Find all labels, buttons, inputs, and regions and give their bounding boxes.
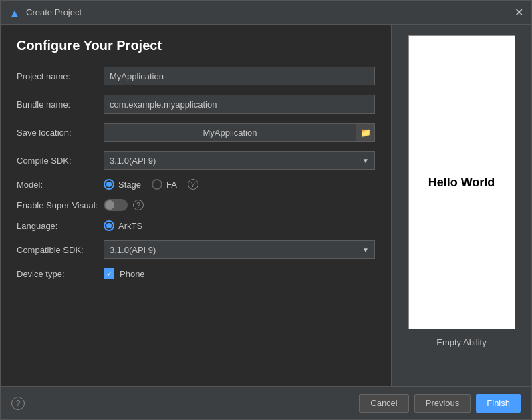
language-label: Language: [17, 221, 104, 231]
previous-button[interactable]: Previous [414, 394, 471, 413]
main-content: Configure Your Project Project name: Bun… [1, 25, 531, 386]
footer: ? Cancel Previous Finish [1, 386, 531, 419]
super-visual-toggle[interactable] [104, 199, 128, 211]
model-stage-label: Stage [118, 180, 141, 190]
footer-buttons: Cancel Previous Finish [359, 394, 521, 413]
bundle-name-row: Bundle name: [17, 95, 375, 114]
phone-checkbox[interactable]: ✓ [104, 268, 114, 279]
save-location-wrapper: MyApplication 📁 [104, 123, 375, 142]
device-type-label: Device type: [17, 269, 104, 279]
compile-sdk-label: Compile SDK: [17, 156, 104, 166]
right-panel: Hello World Empty Ability [391, 25, 531, 386]
compatible-sdk-arrow: ▼ [362, 246, 369, 254]
compile-sdk-arrow: ▼ [362, 157, 369, 164]
compatible-sdk-select[interactable]: 3.1.0(API 9) ▼ [104, 240, 375, 259]
super-visual-help-icon[interactable]: ? [133, 200, 144, 210]
language-arkts-radio[interactable] [104, 220, 114, 231]
preview-label: Empty Ability [436, 337, 486, 347]
project-name-label: Project name: [17, 71, 104, 81]
model-fa-radio[interactable] [152, 179, 162, 190]
save-location-text: MyApplication [104, 124, 356, 141]
compatible-sdk-value: 3.1.0(API 9) [110, 245, 362, 255]
language-arkts-dot [106, 223, 112, 228]
help-button[interactable]: ? [11, 397, 25, 410]
preview-hello-world: Hello World [428, 176, 495, 190]
app-icon: ▲ [9, 7, 21, 19]
title-bar-text: Create Project [26, 7, 82, 17]
super-visual-label: Enable Super Visual: [17, 200, 104, 210]
language-row: Language: ArkTS [17, 220, 375, 231]
project-name-row: Project name: [17, 67, 375, 85]
model-row: Model: Stage FA ? [17, 179, 375, 190]
browse-button[interactable]: 📁 [356, 124, 374, 141]
language-radio[interactable]: ArkTS [104, 220, 142, 231]
model-stage-radio[interactable] [104, 179, 114, 190]
save-location-row: Save location: MyApplication 📁 [17, 123, 375, 142]
model-radio-group: Stage FA ? [104, 179, 198, 190]
left-panel: Configure Your Project Project name: Bun… [1, 25, 391, 386]
compatible-sdk-row: Compatible SDK: 3.1.0(API 9) ▼ [17, 240, 375, 259]
title-bar: ▲ Create Project ✕ [1, 1, 531, 25]
compile-sdk-value: 3.1.0(API 9) [110, 156, 362, 166]
toggle-thumb [105, 200, 114, 210]
model-stage-dot [106, 182, 112, 187]
dialog: ▲ Create Project ✕ Configure Your Projec… [0, 0, 532, 420]
language-arkts-label: ArkTS [118, 221, 142, 231]
save-location-label: Save location: [17, 128, 104, 138]
model-label: Model: [17, 180, 104, 190]
project-name-input[interactable] [104, 67, 375, 85]
super-visual-toggle-wrapper: ? [104, 199, 144, 211]
finish-button[interactable]: Finish [476, 394, 521, 413]
section-title: Configure Your Project [17, 38, 375, 53]
device-type-row: Device type: ✓ Phone [17, 268, 375, 279]
model-fa-label: FA [166, 180, 177, 190]
preview-frame: Hello World [408, 35, 515, 329]
model-fa-option[interactable]: FA [152, 179, 177, 190]
phone-label: Phone [120, 269, 145, 279]
cancel-button[interactable]: Cancel [359, 394, 408, 413]
bundle-name-input[interactable] [104, 95, 375, 114]
bundle-name-label: Bundle name: [17, 99, 104, 110]
model-stage-option[interactable]: Stage [104, 179, 141, 190]
close-button[interactable]: ✕ [515, 7, 523, 18]
compatible-sdk-label: Compatible SDK: [17, 245, 104, 255]
device-type-phone[interactable]: ✓ Phone [104, 268, 145, 279]
compile-sdk-select[interactable]: 3.1.0(API 9) ▼ [104, 151, 375, 170]
super-visual-row: Enable Super Visual: ? [17, 199, 375, 211]
compile-sdk-row: Compile SDK: 3.1.0(API 9) ▼ [17, 151, 375, 170]
model-help-icon[interactable]: ? [188, 179, 198, 190]
